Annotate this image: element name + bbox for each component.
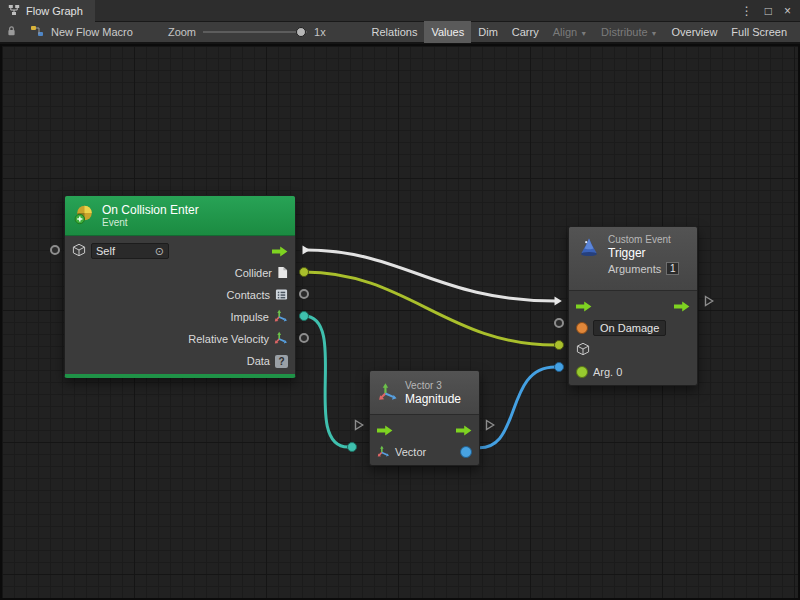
port-oce-contacts[interactable]: [299, 289, 309, 299]
port-ce-flow-input[interactable]: [553, 295, 563, 307]
node-title: On Collision Enter: [102, 203, 199, 217]
self-target-field[interactable]: Self ⊙: [91, 243, 169, 259]
flow-output-arrow-icon[interactable]: [272, 246, 288, 257]
graph-toolbar: New Flow Macro Zoom 1x Relations Values …: [0, 22, 800, 44]
port-ce-arg0-input[interactable]: [554, 362, 564, 372]
vector3-type-icon: [274, 331, 288, 347]
align-button[interactable]: Align ▼: [546, 21, 594, 43]
dim-button[interactable]: Dim: [471, 21, 505, 43]
port-row-event-name: On Damage: [569, 317, 697, 339]
list-type-icon: [275, 288, 288, 303]
zoom-slider-track[interactable]: [203, 31, 307, 33]
custom-event-icon: [577, 236, 601, 262]
port-v3-vector-input[interactable]: [347, 442, 357, 452]
zoom-value: 1x: [314, 26, 326, 38]
node-on-collision-enter[interactable]: On Collision Enter Event Self ⊙: [64, 195, 296, 378]
port-row-contacts: Contacts: [65, 284, 295, 306]
port-v3-flow-input[interactable]: [354, 419, 364, 431]
zoom-label: Zoom: [168, 26, 196, 38]
node-supertitle: Custom Event: [608, 234, 679, 246]
gameobject-cube-icon: [72, 243, 86, 259]
port-oce-impulse[interactable]: [299, 311, 309, 321]
port-ce-target-input[interactable]: [554, 340, 564, 350]
window-controls: ⋮ □ ×: [741, 5, 800, 17]
port-row-impulse: Impulse: [65, 306, 295, 328]
port-row-arg0: Arg. 0: [569, 361, 697, 383]
port-row-relative-velocity: Relative Velocity: [65, 328, 295, 350]
flow-graph-icon: [8, 4, 20, 18]
port-oce-collider[interactable]: [299, 267, 309, 277]
node-title: Trigger: [608, 246, 679, 260]
arguments-label: Arguments: [608, 263, 661, 275]
unknown-type-icon: ?: [275, 355, 288, 368]
node-custom-event-trigger[interactable]: Custom Event Trigger Arguments 1: [568, 226, 698, 386]
titlebar: Flow Graph ⋮ □ ×: [0, 0, 800, 22]
flow-output-arrow-icon[interactable]: [456, 425, 472, 436]
close-icon[interactable]: ×: [784, 5, 791, 17]
float-output-port[interactable]: [460, 446, 472, 458]
gameobject-cube-icon: [576, 342, 590, 358]
object-picker-icon[interactable]: ⊙: [155, 246, 164, 257]
wire-impulse[interactable]: [304, 316, 348, 447]
collider-type-icon: [277, 266, 288, 281]
port-oce-flow-output[interactable]: [301, 244, 311, 256]
event-icon: [73, 204, 95, 228]
flow-input-arrow-icon[interactable]: [576, 301, 592, 312]
port-oce-target-input[interactable]: [50, 245, 60, 255]
arguments-row: Arguments 1: [608, 262, 679, 275]
node-header[interactable]: Vector 3 Magnitude: [370, 371, 479, 415]
flow-input-arrow-icon[interactable]: [377, 425, 393, 436]
node-subtitle: Event: [102, 217, 199, 229]
zoom-slider-handle[interactable]: [296, 27, 306, 37]
node-header[interactable]: Custom Event Trigger Arguments 1: [569, 227, 697, 291]
vector3-type-icon: [274, 309, 288, 325]
port-row-data: Data ?: [65, 350, 295, 372]
maximize-icon[interactable]: □: [765, 5, 772, 17]
dropdown-arrow-icon: ▼: [580, 30, 587, 37]
values-button[interactable]: Values: [424, 21, 471, 43]
string-type-icon: [576, 322, 588, 334]
port-row-target: [569, 339, 697, 361]
event-name-field[interactable]: On Damage: [593, 320, 666, 336]
vector3-icon: [378, 382, 398, 404]
zoom-slider[interactable]: [203, 21, 307, 43]
arg0-type-icon: [576, 366, 588, 378]
node-header[interactable]: On Collision Enter Event: [65, 196, 295, 236]
lock-icon[interactable]: [6, 25, 17, 39]
node-title: Magnitude: [405, 392, 461, 406]
vector3-type-icon: [377, 445, 390, 460]
fullscreen-button[interactable]: Full Screen: [724, 21, 794, 43]
carry-button[interactable]: Carry: [505, 21, 546, 43]
macro-name[interactable]: New Flow Macro: [51, 26, 133, 38]
flow-row: [569, 295, 697, 317]
self-row: Self ⊙: [65, 240, 295, 262]
wire-collider[interactable]: [304, 272, 555, 345]
graph-canvas[interactable]: On Collision Enter Event Self ⊙: [0, 44, 800, 600]
overview-button[interactable]: Overview: [665, 21, 725, 43]
port-oce-relative-velocity[interactable]: [299, 333, 309, 343]
port-v3-flow-output[interactable]: [485, 419, 495, 431]
port-ce-name-input[interactable]: [554, 318, 564, 328]
dropdown-arrow-icon: ▼: [651, 30, 658, 37]
relations-button[interactable]: Relations: [365, 21, 425, 43]
port-row-vector: Vector: [370, 441, 479, 463]
wire-magnitude[interactable]: [472, 367, 555, 448]
node-supertitle: Vector 3: [405, 380, 461, 392]
window-menu-icon[interactable]: ⋮: [741, 5, 753, 17]
toolbar-buttons: Relations Values Dim Carry Align ▼ Distr…: [365, 21, 794, 43]
flow-macro-icon: [30, 24, 44, 40]
arguments-count-field[interactable]: 1: [666, 262, 679, 275]
port-row-collider: Collider: [65, 262, 295, 284]
distribute-button[interactable]: Distribute ▼: [594, 21, 664, 43]
flow-row: [370, 419, 479, 441]
flow-output-arrow-icon[interactable]: [674, 301, 690, 312]
port-ce-flow-output[interactable]: [704, 295, 714, 307]
tab-flow-graph[interactable]: Flow Graph: [0, 0, 95, 22]
node-vector3-magnitude[interactable]: Vector 3 Magnitude Vector: [369, 370, 480, 466]
tab-title: Flow Graph: [26, 5, 83, 17]
flow-graph-window: Flow Graph ⋮ □ × New Flow Macro Zoom 1x …: [0, 0, 800, 600]
